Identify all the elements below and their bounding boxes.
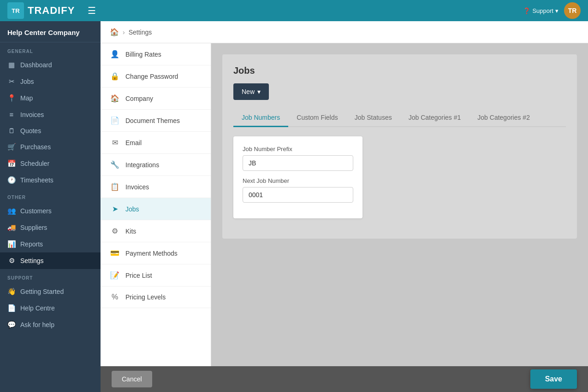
tab-job-categories-2[interactable]: Job Categories #2	[469, 109, 538, 127]
settings-item-label: Jobs	[125, 205, 139, 213]
logo: TR TRADIFY	[7, 2, 75, 19]
settings-item-label: Document Themes	[125, 117, 180, 124]
settings-item-label: Kits	[125, 228, 136, 235]
breadcrumb-separator: ›	[123, 29, 125, 36]
dashboard-icon: ▦	[7, 61, 16, 69]
cancel-button[interactable]: Cancel	[112, 371, 152, 387]
logo-initials: TR	[12, 7, 19, 14]
sidebar-item-ask-help[interactable]: 💬 Ask for help	[0, 316, 101, 333]
sidebar-other-label: OTHER	[0, 188, 101, 203]
settings-company[interactable]: 🏠 Company	[101, 88, 211, 110]
settings-item-label: Payment Methods	[125, 250, 178, 257]
panel-title: Jobs	[233, 65, 566, 76]
logo-icon: TR	[7, 2, 24, 19]
settings-document-themes[interactable]: 📄 Document Themes	[101, 110, 211, 132]
avatar[interactable]: TR	[564, 2, 581, 19]
settings-sidebar: 👤 Billing Rates 🔒 Change Password 🏠 Comp…	[101, 43, 211, 366]
next-job-number-input[interactable]	[243, 187, 353, 203]
tab-job-categories-1[interactable]: Job Categories #1	[400, 109, 469, 127]
settings-payment-methods[interactable]: 💳 Payment Methods	[101, 242, 211, 264]
suppliers-icon: 🚚	[7, 223, 16, 232]
sidebar-item-label: Settings	[20, 257, 44, 264]
settings-jobs[interactable]: ➤ Jobs	[101, 198, 211, 220]
sidebar-item-getting-started[interactable]: 👋 Getting Started	[0, 283, 101, 300]
ask-help-icon: 💬	[7, 321, 16, 329]
sidebar-company: Help Center Company	[0, 21, 101, 42]
pricing-levels-icon: %	[110, 293, 120, 301]
tab-job-numbers[interactable]: Job Numbers	[233, 109, 288, 127]
support-button[interactable]: ❓ Support ▾	[523, 7, 558, 14]
settings-pricing-levels[interactable]: % Pricing Levels	[101, 287, 211, 308]
next-job-number-label: Next Job Number	[243, 177, 353, 184]
sidebar-item-map[interactable]: 📍 Map	[0, 90, 101, 106]
home-icon[interactable]: 🏠	[110, 28, 119, 36]
topnav-right: ❓ Support ▾ TR	[523, 2, 581, 19]
settings-price-list[interactable]: 📝 Price List	[101, 264, 211, 287]
customers-icon: 👥	[7, 207, 16, 215]
sidebar-item-timesheets[interactable]: 🕐 Timesheets	[0, 172, 101, 188]
new-dropdown-icon: ▾	[257, 88, 261, 95]
kits-icon: ⚙	[110, 227, 120, 235]
sidebar-item-label: Purchases	[20, 143, 51, 151]
hamburger-icon[interactable]: ☰	[88, 5, 96, 16]
payment-methods-icon: 💳	[110, 249, 120, 257]
price-list-icon: 📝	[110, 271, 120, 280]
invoices-settings-icon: 📋	[110, 182, 120, 191]
settings-item-label: Invoices	[125, 183, 149, 191]
sidebar-item-label: Customers	[20, 207, 52, 215]
settings-item-label: Change Password	[125, 73, 178, 80]
tabs-container: Job Numbers Custom Fields Job Statuses J…	[233, 109, 566, 127]
sidebar-item-reports[interactable]: 📊 Reports	[0, 236, 101, 252]
save-button[interactable]: Save	[530, 369, 577, 389]
sidebar-item-settings[interactable]: ⚙ Settings	[0, 252, 101, 269]
help-centre-icon: 📄	[7, 304, 16, 312]
sidebar-item-purchases[interactable]: 🛒 Purchases	[0, 139, 101, 155]
sidebar-item-label: Dashboard	[20, 61, 52, 69]
support-icon: ❓	[523, 7, 530, 14]
tab-job-statuses[interactable]: Job Statuses	[346, 109, 400, 127]
sidebar-item-label: Help Centre	[20, 304, 55, 312]
sidebar-item-label: Reports	[20, 240, 43, 248]
sidebar-item-invoices[interactable]: ≡ Invoices	[0, 106, 101, 123]
company-icon: 🏠	[110, 94, 120, 103]
sidebar-item-help-centre[interactable]: 📄 Help Centre	[0, 300, 101, 316]
topnav-left: TR TRADIFY ☰	[7, 2, 96, 19]
getting-started-icon: 👋	[7, 287, 16, 296]
settings-item-label: Email	[125, 139, 142, 146]
sidebar-item-label: Ask for help	[20, 321, 54, 328]
main-layout: Help Center Company GENERAL ▦ Dashboard …	[0, 21, 588, 392]
document-themes-icon: 📄	[110, 116, 120, 125]
settings-change-password[interactable]: 🔒 Change Password	[101, 65, 211, 88]
integrations-icon: 🔧	[110, 160, 120, 169]
new-button[interactable]: New ▾	[233, 83, 269, 100]
settings-item-label: Company	[125, 95, 153, 102]
change-password-icon: 🔒	[110, 72, 120, 81]
bottom-bar: Cancel Save	[101, 366, 588, 392]
billing-rates-icon: 👤	[110, 50, 120, 59]
top-navigation: TR TRADIFY ☰ ❓ Support ▾ TR	[0, 0, 588, 21]
sidebar-item-scheduler[interactable]: 📅 Scheduler	[0, 155, 101, 172]
settings-item-label: Integrations	[125, 161, 159, 169]
support-label: Support	[532, 7, 553, 14]
sidebar-item-jobs[interactable]: ✂ Jobs	[0, 73, 101, 90]
tab-custom-fields[interactable]: Custom Fields	[288, 109, 346, 127]
invoices-icon: ≡	[7, 111, 16, 118]
settings-billing-rates[interactable]: 👤 Billing Rates	[101, 43, 211, 65]
sidebar-item-quotes[interactable]: 🗒 Quotes	[0, 123, 101, 139]
settings-invoices[interactable]: 📋 Invoices	[101, 176, 211, 198]
sidebar-item-customers[interactable]: 👥 Customers	[0, 203, 101, 219]
settings-kits[interactable]: ⚙ Kits	[101, 220, 211, 242]
jobs-icon: ✂	[7, 77, 16, 86]
sidebar-item-dashboard[interactable]: ▦ Dashboard	[0, 57, 101, 73]
settings-integrations[interactable]: 🔧 Integrations	[101, 154, 211, 176]
prefix-input[interactable]	[243, 155, 353, 171]
sidebar-item-label: Timesheets	[20, 176, 53, 184]
settings-email[interactable]: ✉ Email	[101, 132, 211, 154]
sidebar-item-label: Quotes	[20, 127, 41, 135]
sidebar-item-suppliers[interactable]: 🚚 Suppliers	[0, 219, 101, 236]
settings-content: Jobs New ▾ Job Numbers Custom Fields Job…	[211, 43, 588, 366]
email-icon: ✉	[110, 138, 120, 147]
sidebar-item-label: Invoices	[20, 111, 44, 118]
sidebar: Help Center Company GENERAL ▦ Dashboard …	[0, 21, 101, 392]
settings-icon: ⚙	[7, 257, 16, 265]
